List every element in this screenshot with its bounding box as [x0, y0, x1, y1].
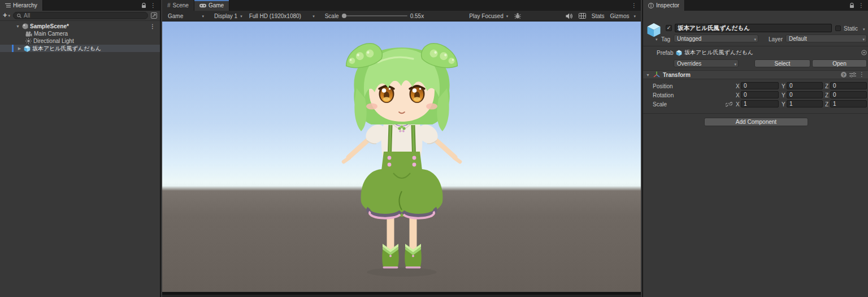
light-icon — [25, 38, 32, 44]
kebab-icon[interactable]: ⋮ — [858, 3, 864, 8]
display-target-dropdown[interactable]: Display 1 ▾ — [211, 11, 246, 21]
tree-row-zundamon[interactable]: ▶ 坂本アヒル氏風ずんだもん — [0, 45, 160, 52]
static-dropdown-chevron[interactable]: ▾ — [863, 27, 865, 31]
item-label: Main Camera — [34, 31, 68, 37]
scale-slider[interactable] — [342, 15, 407, 16]
play-mode-dropdown[interactable]: Play Focused ▾ — [466, 11, 511, 21]
tab-inspector[interactable]: Inspector — [643, 0, 685, 11]
item-label: 坂本アヒル氏風ずんだもん — [32, 45, 101, 53]
lock-icon[interactable] — [141, 3, 146, 8]
layer-label: Layer — [769, 36, 783, 42]
active-checkbox[interactable]: ✓ — [666, 25, 672, 31]
layer-dropdown[interactable]: Default ▾ — [785, 35, 867, 42]
transform-title: Transform — [663, 72, 691, 78]
hierarchy-toolbar: + ▾ All — [0, 11, 160, 21]
static-checkbox[interactable] — [835, 25, 841, 31]
chevron-down-icon: ▾ — [202, 14, 204, 18]
gameobject-cube-icon[interactable] — [646, 23, 661, 37]
search-placeholder: All — [24, 12, 30, 19]
character-zundamon — [162, 21, 641, 292]
presets-icon[interactable] — [849, 72, 856, 78]
scale-x-field[interactable]: 1 — [741, 100, 779, 107]
tab-game-label: Game — [209, 2, 224, 8]
rotation-z-field[interactable]: 0 — [830, 91, 867, 98]
scale-label: Scale — [325, 13, 339, 19]
tree-row-main-camera[interactable]: Main Camera — [0, 30, 160, 37]
chevron-down-icon: ▾ — [506, 14, 509, 18]
prefab-name: 坂本アヒル氏風ずんだもん — [684, 49, 753, 57]
rotation-label: Rotation — [653, 92, 674, 98]
transform-axes-icon — [653, 71, 660, 78]
gameobject-name-field[interactable] — [675, 24, 832, 32]
scale-slider-handle[interactable] — [342, 14, 346, 18]
game-panel: # Scene Game ⋮ Game ▾ Display 1 ▾ — [162, 0, 641, 297]
position-x-field[interactable]: 0 — [741, 82, 779, 89]
tab-hierarchy[interactable]: Hierarchy — [0, 0, 43, 11]
foldout-open-icon[interactable]: ▼ — [15, 24, 20, 28]
lock-icon[interactable] — [849, 3, 854, 8]
position-label: Position — [653, 83, 673, 89]
target-picker-icon[interactable] — [861, 50, 867, 55]
foldout-open-icon[interactable]: ▼ — [645, 73, 650, 77]
hierarchy-list-icon — [5, 3, 11, 8]
chevron-down-icon: ▾ — [240, 14, 242, 18]
position-y-field[interactable]: 0 — [787, 82, 823, 89]
tag-dropdown[interactable]: Untagged ▾ — [674, 35, 758, 42]
help-icon[interactable]: ? — [841, 72, 847, 78]
item-label: Directional Light — [33, 38, 74, 44]
gizmos-dropdown[interactable]: Gizmos ▾ — [607, 11, 639, 21]
icon-picker-chevron[interactable]: ▾ — [656, 37, 658, 41]
tab-scene-label: Scene — [173, 2, 189, 8]
kebab-icon[interactable]: ⋮ — [859, 72, 865, 78]
rotation-y-field[interactable]: 0 — [787, 91, 823, 98]
scene-grid-icon: # — [167, 2, 171, 8]
link-broken-icon[interactable] — [726, 101, 732, 107]
scale-z-field[interactable]: 1 — [830, 100, 867, 107]
prefab-icon — [676, 50, 682, 56]
position-z-field[interactable]: 0 — [830, 82, 867, 89]
add-component-button[interactable]: Add Component — [704, 118, 808, 126]
camera-icon — [25, 31, 32, 37]
tag-label: Tag — [661, 36, 670, 42]
static-label: Static — [844, 25, 858, 32]
hierarchy-panel: Hierarchy ⋮ + ▾ All — [0, 0, 161, 297]
scale-value: 0.55x — [410, 13, 424, 19]
foldout-closed-icon[interactable]: ▶ — [17, 46, 22, 51]
hierarchy-tabbar: Hierarchy ⋮ — [0, 0, 160, 11]
tree-row-scene[interactable]: ▼ SampleScene* ⋮ — [0, 23, 160, 30]
inspector-tabbar: Inspector ⋮ — [643, 0, 868, 11]
game-viewport-edge — [162, 292, 641, 297]
unity-editor: Hierarchy ⋮ + ▾ All — [0, 0, 868, 297]
tree-row-directional-light[interactable]: Directional Light — [0, 37, 160, 45]
scale-y-field[interactable]: 1 — [787, 100, 823, 107]
kebab-icon[interactable]: ⋮ — [631, 3, 637, 8]
open-button[interactable]: Open — [812, 59, 867, 67]
tab-scene[interactable]: # Scene — [162, 0, 194, 11]
tab-hierarchy-label: Hierarchy — [13, 2, 37, 8]
create-button[interactable]: + ▾ — [3, 12, 10, 19]
game-viewport[interactable] — [162, 21, 641, 292]
tab-game[interactable]: Game — [194, 0, 229, 11]
stats-button[interactable]: Stats — [589, 11, 607, 21]
search-input[interactable]: All — [13, 12, 148, 19]
info-icon — [648, 3, 654, 8]
rotation-x-field[interactable]: 0 — [741, 91, 779, 98]
select-button[interactable]: Select — [754, 59, 810, 67]
game-toolbar: Game ▾ Display 1 ▾ Full HD (1920x1080) ▾… — [162, 11, 641, 21]
resolution-dropdown[interactable]: Full HD (1920x1080) ▾ — [246, 11, 318, 21]
inspector-panel: Inspector ⋮ ▾ ✓ Static — [642, 0, 868, 297]
prefab-label: Prefab — [657, 50, 673, 56]
chevron-down-icon: ▾ — [633, 14, 636, 18]
kebab-icon[interactable]: ⋮ — [150, 24, 155, 29]
kebab-icon[interactable]: ⋮ — [150, 3, 156, 8]
debug-bug-icon[interactable] — [511, 11, 524, 21]
transform-header[interactable]: ▼ Transform ? ⋮ — [643, 70, 868, 79]
search-icon — [17, 14, 21, 18]
picker-icon[interactable] — [151, 12, 157, 19]
film-grid-icon[interactable] — [576, 11, 589, 21]
overrides-dropdown[interactable]: Overrides ▾ — [674, 59, 739, 67]
prefab-object-field[interactable]: 坂本アヒル氏風ずんだもん — [676, 49, 867, 57]
display-mode-dropdown[interactable]: Game ▾ — [164, 11, 207, 21]
chevron-down-icon: ▾ — [8, 14, 11, 18]
mute-audio-icon[interactable] — [563, 11, 576, 21]
